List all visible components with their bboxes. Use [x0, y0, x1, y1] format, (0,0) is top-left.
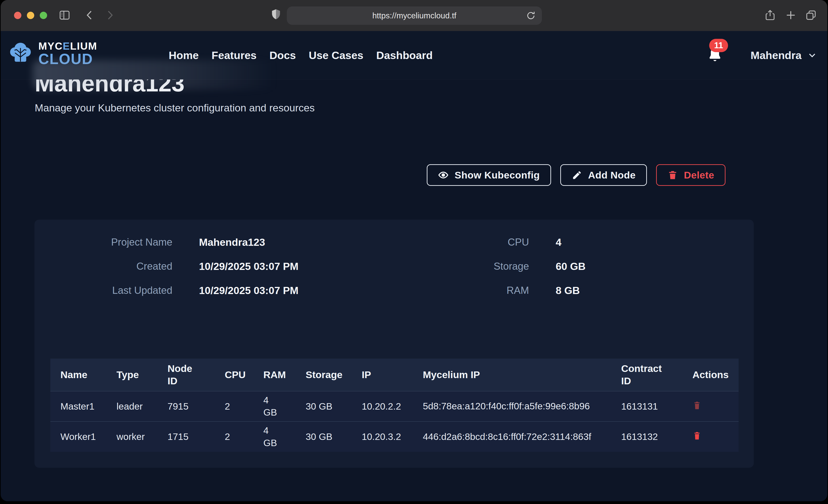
page-subtitle: Manage your Kubernetes cluster configura…	[35, 102, 827, 114]
detail-value: Mahendra123	[199, 237, 298, 247]
detail-value: 60 GB	[556, 261, 586, 271]
notification-badge: 11	[709, 39, 728, 52]
reload-icon[interactable]	[526, 10, 536, 21]
privacy-shield-icon	[270, 8, 282, 20]
table-row: Master1 leader 7915 2 4 GB 30 GB 10.20.2…	[50, 391, 739, 422]
table-row: Worker1 worker 1715 2 4 GB 30 GB 10.20.3…	[50, 422, 739, 452]
browser-window: https://myceliumcloud.tf	[1, 0, 827, 501]
cell-contract-id: 1613132	[621, 422, 693, 452]
cell-node-id: 1715	[168, 422, 225, 452]
cell-mycelium-ip: 5d8:78ea:a120:f40c:ff0f:a5fe:99e6:8b96	[423, 391, 621, 422]
cell-type: worker	[117, 422, 168, 452]
delete-node-button[interactable]	[693, 431, 702, 442]
cluster-actions: Show Kubeconfig Add Node Delete	[427, 164, 726, 186]
detail-value: 8 GB	[556, 285, 586, 296]
cell-name: Master1	[50, 391, 117, 422]
nav-link-use-cases[interactable]: Use Cases	[308, 49, 363, 61]
brand-text: MYCELIUM CLOUD	[38, 41, 97, 67]
detail-label: CPU	[393, 237, 529, 247]
brand-line2: CLOUD	[38, 52, 97, 67]
nav-link-home[interactable]: Home	[169, 49, 199, 61]
col-storage: Storage	[306, 359, 362, 391]
traffic-lights	[14, 12, 47, 19]
nav-link-features[interactable]: Features	[212, 49, 257, 61]
cell-mycelium-ip: 446:d2a6:8bcd:8c16:ff0f:72e2:3114:863f	[423, 422, 621, 452]
cell-ip: 10.20.2.2	[362, 391, 423, 422]
cell-type: leader	[117, 391, 168, 422]
trash-icon	[693, 431, 701, 440]
table-header-row: Name Type Node ID CPU RAM Storage IP Myc…	[50, 359, 739, 391]
forward-icon[interactable]	[104, 9, 116, 21]
cell-ram: 4 GB	[263, 391, 306, 422]
top-nav: MYCELIUM CLOUD Home Features Docs Use Ca…	[1, 31, 827, 80]
maximize-window-button[interactable]	[40, 12, 47, 19]
user-menu[interactable]: Mahendra	[751, 49, 817, 61]
trash-icon	[693, 401, 701, 410]
col-actions: Actions	[693, 359, 739, 391]
cell-storage: 30 GB	[306, 391, 362, 422]
eye-icon	[438, 170, 449, 180]
tab-overview-icon[interactable]	[805, 9, 817, 21]
delete-cluster-button[interactable]: Delete	[656, 164, 726, 186]
nav-links: Home Features Docs Use Cases Dashboard	[169, 31, 433, 79]
col-ip: IP	[362, 359, 423, 391]
col-name: Name	[50, 359, 117, 391]
brand-logo[interactable]: MYCELIUM CLOUD	[7, 40, 97, 67]
detail-label: Last Updated	[35, 285, 172, 296]
cell-ram: 4 GB	[263, 422, 306, 452]
user-name: Mahendra	[751, 49, 801, 61]
cluster-details-right: CPU 4 Storage 60 GB RAM 8 GB	[393, 237, 586, 296]
close-window-button[interactable]	[14, 12, 22, 19]
col-contract-id: Contract ID	[621, 359, 693, 391]
col-mycelium-ip: Mycelium IP	[423, 359, 621, 391]
detail-label: Project Name	[35, 237, 172, 247]
share-icon[interactable]	[764, 9, 776, 21]
delete-node-button[interactable]	[693, 401, 702, 411]
cell-actions	[693, 391, 739, 422]
nav-link-dashboard[interactable]: Dashboard	[376, 49, 433, 61]
cell-storage: 30 GB	[306, 422, 362, 452]
nav-link-docs[interactable]: Docs	[270, 49, 296, 61]
col-cpu: CPU	[225, 359, 263, 391]
trash-icon	[667, 170, 678, 180]
cell-actions	[693, 422, 739, 452]
sidebar-toggle-icon[interactable]	[58, 9, 71, 21]
col-node-id: Node ID	[168, 359, 225, 391]
cell-cpu: 2	[225, 422, 263, 452]
brand-line1: MYCELIUM	[38, 41, 97, 51]
detail-value: 4	[556, 237, 586, 247]
show-kubeconfig-button[interactable]: Show Kubeconfig	[427, 164, 551, 186]
notifications-button[interactable]: 11	[707, 47, 723, 64]
nav-right: 11 Mahendra	[707, 31, 817, 79]
detail-label: Created	[35, 261, 172, 271]
new-tab-icon[interactable]	[785, 9, 797, 21]
address-bar[interactable]: https://myceliumcloud.tf	[287, 6, 542, 25]
url-text: https://myceliumcloud.tf	[372, 11, 456, 20]
detail-label: Storage	[393, 261, 529, 271]
browser-chrome: https://myceliumcloud.tf	[1, 0, 827, 31]
detail-label: RAM	[393, 285, 529, 296]
cell-ip: 10.20.3.2	[362, 422, 423, 452]
mycelium-cloud-icon	[7, 40, 34, 67]
cluster-card: Project Name Mahendra123 Created 10/29/2…	[35, 220, 754, 468]
cell-node-id: 7915	[168, 391, 225, 422]
pencil-icon	[572, 170, 582, 180]
detail-value: 10/29/2025 03:07 PM	[199, 285, 298, 296]
cluster-details-left: Project Name Mahendra123 Created 10/29/2…	[35, 237, 298, 296]
cell-name: Worker1	[50, 422, 117, 452]
add-node-button[interactable]: Add Node	[560, 164, 647, 186]
cell-contract-id: 1613131	[621, 391, 693, 422]
col-type: Type	[117, 359, 168, 391]
minimize-window-button[interactable]	[27, 12, 34, 19]
page-title: Mahendra123	[35, 80, 827, 95]
col-ram: RAM	[263, 359, 306, 391]
detail-value: 10/29/2025 03:07 PM	[199, 261, 298, 271]
chevron-down-icon	[808, 50, 817, 60]
cell-cpu: 2	[225, 391, 263, 422]
cluster-nodes-table: Name Type Node ID CPU RAM Storage IP Myc…	[50, 359, 739, 452]
back-icon[interactable]	[84, 9, 96, 21]
